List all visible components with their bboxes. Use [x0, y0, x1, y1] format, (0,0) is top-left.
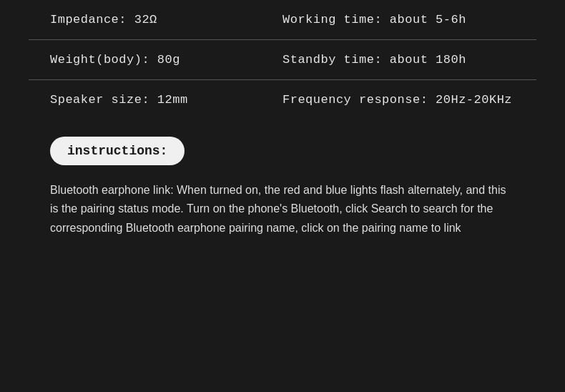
spec-working-time-right: Working time: about 5-6h [282, 13, 515, 26]
spec-impedance-left: Impedance: 32Ω [50, 13, 282, 26]
spec-weight-left: Weight(body): 80g [50, 53, 282, 67]
main-container: Impedance: 32Ω Working time: about 5-6h … [0, 0, 565, 252]
instructions-badge: instructions: [50, 137, 185, 165]
spec-row-impedance: Impedance: 32Ω Working time: about 5-6h [29, 0, 536, 40]
spec-frequency-right: Frequency response: 20Hz-20KHz [282, 93, 515, 107]
spec-row-weight: Weight(body): 80g Standby time: about 18… [29, 40, 536, 80]
instructions-text: Bluetooth earphone link: When turned on,… [50, 181, 515, 237]
spec-row-speaker: Speaker size: 12mm Frequency response: 2… [29, 80, 536, 119]
instructions-section: instructions: Bluetooth earphone link: W… [29, 119, 536, 252]
spec-speaker-left: Speaker size: 12mm [50, 93, 282, 107]
spec-standby-right: Standby time: about 180h [282, 53, 515, 67]
